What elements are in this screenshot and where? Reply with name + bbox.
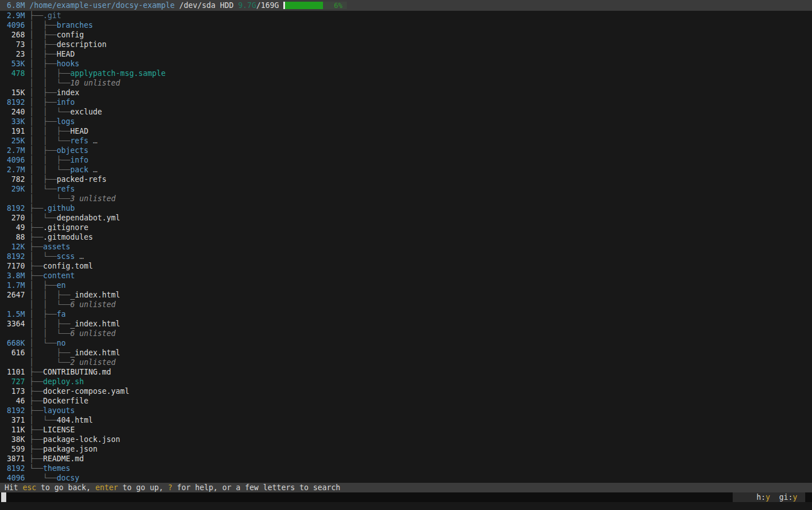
- entry-size: 478: [2, 69, 25, 78]
- tree-row[interactable]: 49 ├──.gitignore: [2, 223, 812, 232]
- entry-size: 25K: [2, 136, 25, 146]
- entry-size: 240: [2, 107, 25, 117]
- tree-row[interactable]: 240 │ │ └──exclude: [2, 107, 812, 117]
- entry-size: 8192: [2, 203, 25, 213]
- entry-name: en: [57, 281, 66, 290]
- tree-row[interactable]: 8192 │ ├──info: [2, 97, 812, 107]
- tree-row[interactable]: 371 │ └──404.html: [2, 415, 812, 425]
- entry-name: config.toml: [43, 262, 93, 270]
- tree-row[interactable]: 616 │ ├──_index.html: [2, 348, 812, 358]
- entry-name: content: [43, 271, 75, 280]
- entry-size: 1.5M: [2, 309, 25, 319]
- tree-row[interactable]: 11K ├──LICENSE: [2, 425, 812, 435]
- tree-row[interactable]: 3871 ├──README.md: [2, 454, 812, 464]
- tree-branch-lines: └──: [25, 464, 43, 473]
- tree-row[interactable]: │ │ └──6 unlisted: [2, 329, 812, 338]
- entry-size: 2.9M: [2, 11, 25, 20]
- tree-row[interactable]: 1.7M │ ├──en: [2, 280, 812, 290]
- tree-row[interactable]: 73 │ ├──description: [2, 40, 812, 49]
- entry-size: 73: [2, 40, 25, 49]
- tree-row[interactable]: 191 │ │ ├──HEAD: [2, 126, 812, 136]
- tree-row[interactable]: 53K │ ├──hooks: [2, 59, 812, 69]
- entry-name: 10 unlisted: [70, 79, 120, 87]
- entry-name: LICENSE: [43, 426, 75, 434]
- tree-row[interactable]: 1101 ├──CONTRIBUTING.md: [2, 367, 812, 377]
- text-cursor: [1, 492, 6, 502]
- entry-name: _index.html: [70, 291, 120, 299]
- entry-name: logs: [57, 117, 75, 126]
- tree-row[interactable]: 8192 ├──.github: [2, 203, 812, 213]
- tree-row[interactable]: │ │ └──6 unlisted: [2, 300, 812, 309]
- tree-row[interactable]: 3364 │ │ ├──_index.html: [2, 319, 812, 329]
- tree-row[interactable]: 38K ├──package-lock.json: [2, 435, 812, 444]
- tree-row[interactable]: 8192 │ └──scss …: [2, 252, 812, 261]
- tree-row[interactable]: 4096 │ ├──branches: [2, 20, 812, 30]
- tree-row[interactable]: 4096 │ │ ├──info: [2, 155, 812, 165]
- tree-branch-lines: │ └──: [25, 358, 70, 367]
- entry-size: 782: [2, 175, 25, 184]
- tree-row[interactable]: 2.7M │ │ └──pack …: [2, 165, 812, 175]
- entry-size: 88: [2, 232, 25, 242]
- tree-branch-lines: ├──: [25, 271, 43, 280]
- breadcrumb[interactable]: /home/example-user/docsy-example: [29, 1, 175, 10]
- entry-size: 1101: [2, 367, 25, 377]
- tree-row[interactable]: 88 ├──.gitmodules: [2, 232, 812, 242]
- tree-row[interactable]: 173 ├──docker-compose.yaml: [2, 386, 812, 396]
- tree-row[interactable]: 2647 │ │ ├──_index.html: [2, 290, 812, 300]
- tree-branch-lines: │ ├──: [25, 175, 57, 184]
- entry-size: 1.7M: [2, 280, 25, 290]
- tree-row[interactable]: 15K │ ├──index: [2, 88, 812, 97]
- entry-name: description: [57, 40, 107, 49]
- gauge-fill: [285, 2, 323, 9]
- file-tree: 2.9M ├──.git4096 │ ├──branches268 │ ├──c…: [0, 11, 812, 483]
- tree-branch-lines: ├──: [25, 11, 43, 20]
- entry-size: 727: [2, 377, 25, 386]
- entry-size: 49: [2, 223, 25, 232]
- tree-row[interactable]: 782 │ ├──packed-refs: [2, 175, 812, 184]
- entry-name: HEAD: [57, 50, 75, 58]
- tree-branch-lines: │ ├──: [25, 88, 57, 97]
- tree-row[interactable]: 8192 └──themes: [2, 464, 812, 473]
- tree-row[interactable]: 3.8M ├──content: [2, 271, 812, 280]
- tree-row[interactable]: 33K │ ├──logs: [2, 117, 812, 126]
- tree-row[interactable]: 268 │ ├──config: [2, 30, 812, 40]
- entry-size: 15K: [2, 88, 25, 97]
- tree-row[interactable]: 25K │ │ └──refs …: [2, 136, 812, 146]
- tree-row[interactable]: 1.5M │ ├──fa: [2, 309, 812, 319]
- tree-branch-lines: │ │ └──: [25, 137, 70, 145]
- entry-size: 3364: [2, 319, 25, 329]
- tree-branch-lines: ├──: [25, 243, 43, 251]
- tree-branch-lines: ├──: [25, 387, 43, 396]
- tree-row[interactable]: 7170 ├──config.toml: [2, 261, 812, 271]
- tree-row[interactable]: 727 ├──deploy.sh: [2, 377, 812, 386]
- tree-row[interactable]: 599 ├──package.json: [2, 444, 812, 454]
- entry-name: no: [57, 339, 66, 347]
- tree-row[interactable]: 29K │ └──refs: [2, 184, 812, 194]
- tree-branch-lines: │ └──: [25, 214, 57, 222]
- tree-row[interactable]: 478 │ │ ├──applypatch-msg.sample: [2, 69, 812, 78]
- tree-row[interactable]: 23 │ ├──HEAD: [2, 49, 812, 59]
- tree-row[interactable]: 12K ├──assets: [2, 242, 812, 252]
- tree-row[interactable]: │ └──2 unlisted: [2, 358, 812, 367]
- key-hint: enter: [95, 483, 118, 492]
- tree-row[interactable]: 2.7M │ ├──objects: [2, 146, 812, 155]
- total-size: 6.8M: [7, 1, 25, 10]
- entry-name: scss: [57, 252, 75, 261]
- tree-row[interactable]: 4096 └──docsy: [2, 473, 812, 483]
- tree-row[interactable]: 2.9M ├──.git: [2, 11, 812, 20]
- tree-row[interactable]: │ │ └──10 unlisted: [2, 78, 812, 88]
- search-input[interactable]: h:y gi:y: [0, 492, 812, 502]
- tree-row[interactable]: │ └──3 unlisted: [2, 194, 812, 203]
- tree-branch-lines: ├──: [25, 262, 43, 270]
- disk-used: 9.7G: [238, 1, 256, 10]
- tree-row[interactable]: 46 ├──Dockerfile: [2, 396, 812, 406]
- entry-name: docsy: [57, 474, 79, 482]
- tree-branch-lines: │ ├──: [25, 60, 57, 68]
- entry-size: 2.7M: [2, 146, 25, 155]
- tree-branch-lines: ├──: [25, 406, 43, 415]
- tree-branch-lines: │ │ ├──: [25, 320, 70, 328]
- tree-row[interactable]: 8192 ├──layouts: [2, 406, 812, 415]
- mode-flags: h:y gi:y: [733, 492, 805, 502]
- tree-row[interactable]: 668K │ └──no: [2, 338, 812, 348]
- tree-row[interactable]: 270 │ └──dependabot.yml: [2, 213, 812, 223]
